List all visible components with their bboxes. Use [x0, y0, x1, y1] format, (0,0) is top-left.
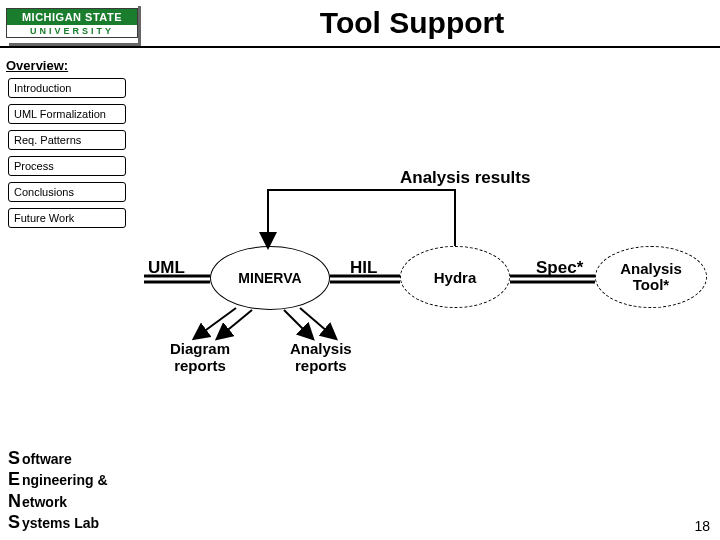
f-n: N	[8, 491, 22, 513]
page-number: 18	[694, 518, 710, 534]
uml-label: UML	[148, 258, 185, 278]
diagram-reports-label: Diagram reports	[170, 340, 230, 375]
f-n-rest: etwork	[22, 494, 67, 510]
diagram-reports-l1: Diagram	[170, 340, 230, 357]
diagram-arrows	[0, 150, 720, 540]
svg-line-7	[218, 310, 252, 338]
overview-label: Overview:	[6, 58, 68, 73]
msu-logo: MICHIGAN STATE UNIVERSITY	[6, 3, 138, 43]
svg-line-6	[195, 308, 236, 338]
minerva-node: MINERVA	[210, 246, 330, 310]
f-s-rest: oftware	[22, 451, 72, 467]
header: MICHIGAN STATE UNIVERSITY Tool Support	[0, 0, 720, 48]
flow-diagram: Analysis results UML HIL Spec* MINERVA H…	[0, 150, 720, 540]
nav-introduction[interactable]: Introduction	[8, 78, 126, 98]
hydra-node: Hydra	[400, 246, 510, 308]
hil-label: HIL	[350, 258, 377, 278]
f-e-rest: ngineering &	[22, 472, 108, 488]
svg-line-9	[300, 308, 335, 338]
lab-footer: Software Engineering & Network Systems L…	[8, 448, 108, 534]
logo-bottom-text: UNIVERSITY	[6, 25, 138, 38]
diagram-reports-l2: reports	[174, 357, 226, 374]
svg-line-8	[284, 310, 312, 338]
analysis-results-label: Analysis results	[400, 168, 530, 188]
analysis-tool-l2: Tool*	[633, 277, 669, 294]
logo-top-text: MICHIGAN STATE	[6, 8, 138, 25]
analysis-tool-l1: Analysis	[620, 261, 682, 278]
f-e: E	[8, 469, 22, 491]
analysis-reports-l2: reports	[295, 357, 347, 374]
nav-req-patterns[interactable]: Req. Patterns	[8, 130, 126, 150]
analysis-tool-node: Analysis Tool*	[595, 246, 707, 308]
slide-title: Tool Support	[144, 6, 720, 40]
f-y: S	[8, 512, 22, 534]
analysis-reports-label: Analysis reports	[290, 340, 352, 375]
f-y-rest: ystems Lab	[22, 515, 99, 531]
spec-label: Spec*	[536, 258, 583, 278]
f-s: S	[8, 448, 22, 470]
analysis-reports-l1: Analysis	[290, 340, 352, 357]
nav-uml-formalization[interactable]: UML Formalization	[8, 104, 126, 124]
